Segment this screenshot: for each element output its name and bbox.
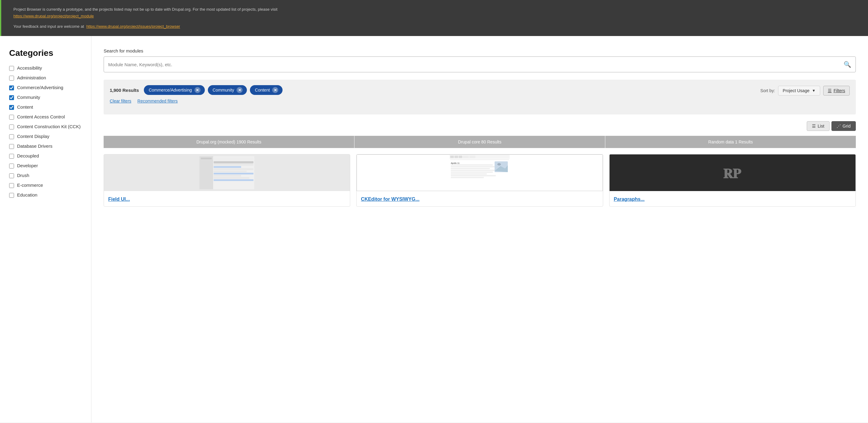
category-checkbox-0[interactable] xyxy=(9,66,14,71)
search-input[interactable] xyxy=(108,62,844,67)
svg-rect-32 xyxy=(451,171,493,173)
category-checkbox-3[interactable] xyxy=(9,95,14,100)
filters-icon: ☰ xyxy=(828,88,832,93)
sort-label: Sort by: xyxy=(761,88,775,93)
filter-tag-commerce[interactable]: Commerce/Advertising ✕ xyxy=(144,85,205,95)
svg-rect-6 xyxy=(214,168,254,170)
category-item-1[interactable]: Administration xyxy=(9,75,82,81)
category-item-5[interactable]: Content Access Control xyxy=(9,114,82,120)
category-label-2: Commerce/Advertising xyxy=(17,85,63,90)
remove-commerce-filter[interactable]: ✕ xyxy=(194,87,200,93)
category-label-4: Content xyxy=(17,104,33,110)
category-item-6[interactable]: Content Construction Kit (CCK) xyxy=(9,124,82,130)
svg-rect-8 xyxy=(214,173,254,174)
source-tab-0[interactable]: Drupal.org (mocked) 1900 Results xyxy=(104,136,354,148)
svg-rect-3 xyxy=(214,161,254,163)
svg-text:Apollo 11: Apollo 11 xyxy=(451,162,460,165)
svg-rect-9 xyxy=(214,175,241,176)
category-label-6: Content Construction Kit (CCK) xyxy=(17,124,81,129)
sort-row: Sort by: Project Usage ▼ ☰ Filters xyxy=(761,86,850,95)
svg-rect-26 xyxy=(451,166,499,168)
results-and-sort: 1,900 Results Commerce/Advertising ✕ Com… xyxy=(110,85,850,95)
source-tab-1[interactable]: Drupal core 80 Results xyxy=(354,136,605,148)
remove-community-filter[interactable]: ✕ xyxy=(237,87,243,93)
sort-dropdown[interactable]: Project Usage ▼ xyxy=(778,86,820,95)
search-icon: 🔍 xyxy=(844,61,851,68)
svg-rect-14 xyxy=(201,162,211,164)
list-view-button[interactable]: ☰ List xyxy=(807,121,830,131)
grid-view-button[interactable]: ⋰ Grid xyxy=(831,121,856,131)
category-checkbox-4[interactable] xyxy=(9,105,14,110)
category-checkbox-5[interactable] xyxy=(9,115,14,120)
banner-link2[interactable]: https://www.drupal.org/project/issues/pr… xyxy=(86,24,180,29)
svg-rect-19 xyxy=(455,156,458,158)
category-checkbox-12[interactable] xyxy=(9,183,14,188)
recommended-filters-link[interactable]: Recommended filters xyxy=(137,98,178,104)
category-item-10[interactable]: Developer xyxy=(9,163,82,168)
svg-rect-27 xyxy=(451,168,490,169)
category-item-3[interactable]: Community xyxy=(9,94,82,100)
category-checkbox-8[interactable] xyxy=(9,144,14,149)
category-checkbox-6[interactable] xyxy=(9,124,14,130)
banner-text1: Project Browser is currently a prototype… xyxy=(13,6,856,20)
module-card-paragraphs-body: Paragraphs... xyxy=(610,191,856,206)
chevron-down-icon: ▼ xyxy=(812,88,815,93)
category-item-0[interactable]: Accessibility xyxy=(9,65,82,71)
filters-btn-label: Filters xyxy=(834,88,845,93)
category-item-8[interactable]: Database Drivers xyxy=(9,143,82,149)
svg-rect-23 xyxy=(451,160,509,160)
category-item-11[interactable]: Drush xyxy=(9,173,82,178)
banner: Project Browser is currently a prototype… xyxy=(0,0,868,36)
list-label: List xyxy=(818,123,825,129)
svg-rect-4 xyxy=(214,164,254,165)
clear-filters-link[interactable]: Clear filters xyxy=(110,98,131,104)
filter-tag-content[interactable]: Content ✕ xyxy=(250,85,282,95)
category-checkbox-2[interactable] xyxy=(9,85,14,90)
svg-rect-11 xyxy=(214,179,254,181)
source-tab-2[interactable]: Random data 1 Results xyxy=(605,136,856,148)
module-card-ckeditor-title[interactable]: CKEditor for WYSIWYG... xyxy=(361,197,598,202)
module-card-paragraphs-title[interactable]: Paragraphs... xyxy=(614,197,851,202)
category-item-13[interactable]: Education xyxy=(9,192,82,198)
sort-value: Project Usage xyxy=(783,88,809,93)
filter-tag-community[interactable]: Community ✕ xyxy=(208,85,247,95)
module-card-fieldui-title[interactable]: Field UI... xyxy=(108,197,346,202)
svg-rect-2 xyxy=(214,158,254,161)
svg-rect-18 xyxy=(451,156,454,158)
category-label-13: Education xyxy=(17,192,37,197)
svg-point-30 xyxy=(497,163,501,166)
svg-rect-33 xyxy=(451,173,487,175)
remove-content-filter[interactable]: ✕ xyxy=(272,87,278,93)
category-checkbox-9[interactable] xyxy=(9,154,14,159)
category-checkbox-11[interactable] xyxy=(9,173,14,178)
module-card-fieldui-img xyxy=(104,154,350,191)
category-item-9[interactable]: Decoupled xyxy=(9,153,82,159)
category-checkbox-13[interactable] xyxy=(9,193,14,198)
category-item-7[interactable]: Content Display xyxy=(9,134,82,139)
module-card-paragraphs-img: 𝐑𝐏 xyxy=(610,154,856,191)
sidebar-title: Categories xyxy=(9,48,82,58)
category-item-12[interactable]: E-commerce xyxy=(9,182,82,188)
category-label-11: Drush xyxy=(17,173,29,178)
svg-rect-15 xyxy=(201,165,212,166)
category-item-4[interactable]: Content xyxy=(9,104,82,110)
filters-button[interactable]: ☰ Filters xyxy=(823,86,850,95)
category-checkbox-1[interactable] xyxy=(9,76,14,81)
main-layout: Categories AccessibilityAdministrationCo… xyxy=(0,36,868,422)
category-checkbox-10[interactable] xyxy=(9,164,14,168)
svg-rect-22 xyxy=(470,156,476,158)
category-item-2[interactable]: Commerce/Advertising xyxy=(9,85,82,90)
results-tags: 1,900 Results Commerce/Advertising ✕ Com… xyxy=(110,85,282,95)
banner-link1[interactable]: https://www.drupal.org/project/project_m… xyxy=(13,14,94,18)
results-bar: 1,900 Results Commerce/Advertising ✕ Com… xyxy=(104,80,856,114)
search-label: Search for modules xyxy=(104,48,856,53)
category-label-10: Developer xyxy=(17,163,38,168)
svg-text:𝐑𝐏: 𝐑𝐏 xyxy=(723,166,742,181)
svg-rect-20 xyxy=(459,156,462,158)
module-card-paragraphs: 𝐑𝐏 Paragraphs... xyxy=(609,154,856,207)
category-checkbox-7[interactable] xyxy=(9,134,14,139)
svg-rect-17 xyxy=(450,155,510,159)
content-area: Search for modules 🔍 1,900 Results Comme… xyxy=(91,36,868,422)
view-toggle: ☰ List ⋰ Grid xyxy=(104,121,856,131)
source-tabs: Drupal.org (mocked) 1900 ResultsDrupal c… xyxy=(104,136,856,148)
